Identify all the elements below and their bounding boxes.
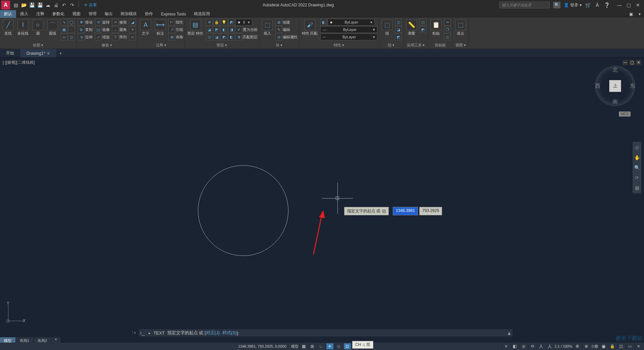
layer-freeze-icon[interactable]: ❄ [206,19,213,26]
groupbbox-icon[interactable]: ◩ [395,34,402,40]
color-dropdown[interactable]: ■ ByLayer▾ [328,19,375,26]
maximize-button[interactable]: ▢ [627,2,632,8]
command-input[interactable]: ▸ TEXT 指定文字的起点 或 [对正(J) 样式(S)]: [146,329,506,337]
ellipse-icon[interactable]: ◯ [68,19,75,26]
tab-new-button[interactable]: + [56,51,65,56]
status-lwdisplay-icon[interactable]: ≡ [502,343,509,349]
share-button[interactable]: ✈ 共享 [84,2,97,8]
dynamic-x-input[interactable]: 1346.3981 [393,207,418,215]
tab-output[interactable]: 输出 [101,10,117,18]
nav-wheel-icon[interactable]: ◎ [633,144,641,151]
matchprops-button[interactable]: 🖌特性 匹配 [301,19,319,37]
explode-icon[interactable]: ✶ [129,26,136,33]
leader-icon[interactable]: ↗ [168,26,175,33]
editblock-label[interactable]: 编辑 [283,27,290,32]
dynamic-y-input[interactable]: 793.2925 [419,207,442,215]
status-transparency-icon[interactable]: ◧ [511,343,518,349]
nav-showmotion-icon[interactable]: ▦ [633,184,641,191]
layer-c-icon[interactable]: ◧ [221,26,227,33]
panel-groups-title[interactable]: 组 ▾ [380,42,402,48]
copy-icon[interactable]: ⧉ [78,26,85,33]
group-button[interactable]: ⬚组 [380,19,394,37]
array-label[interactable]: 阵列 [119,35,127,40]
point-icon[interactable]: · [68,26,75,33]
status-lock-icon[interactable]: 🔒 [608,343,616,349]
login-button[interactable]: 👤 登录 ▾ [564,2,582,8]
offset-icon[interactable]: ⊂ [129,34,136,40]
groupedit-icon[interactable]: ◪ [395,26,402,33]
app-icon[interactable]: A [1,1,10,9]
cut-icon[interactable]: ✂ [444,19,451,26]
drawn-circle[interactable] [198,165,288,256]
panel-view-title[interactable]: 视图 ▾ [454,42,467,48]
status-quickprops-icon[interactable]: ▣ [600,343,607,349]
stretch-label[interactable]: 拉伸 [85,35,93,40]
tab-collaborate[interactable]: 协作 [141,10,157,18]
app-manager-icon[interactable]: Ä [594,2,600,8]
trim-icon[interactable]: ✂ [112,19,119,26]
table-label[interactable]: 表格 [176,35,183,40]
panel-block-title[interactable]: 块 ▾ [261,42,298,48]
cmd-history-icon[interactable]: ›_ [139,329,146,337]
status-polar-icon[interactable]: ✛ [326,343,333,349]
web-icon[interactable]: ☁ [45,2,51,8]
tab-expresstools[interactable]: Express Tools [157,10,190,18]
plot-icon[interactable]: 🖨 [53,2,59,8]
copy-label[interactable]: 复制 [85,27,93,32]
nav-pan-icon[interactable]: ✋ [633,154,641,161]
tab-manage[interactable]: 管理 [85,10,101,18]
status-clean-icon[interactable]: ▭ [626,343,633,349]
array-icon[interactable]: ⠿ [112,34,119,40]
createblock-icon[interactable]: ⊞ [275,19,282,26]
tab-drawing1[interactable]: Drawing1* × [20,49,56,57]
status-decimal[interactable]: 小数 [591,344,598,349]
tab-close-icon[interactable]: × [47,51,50,56]
viewcube-east[interactable]: 东 [630,83,635,90]
editattr-label[interactable]: 编辑属性 [283,35,298,40]
stretch-icon[interactable]: ⇲ [78,34,85,40]
open-icon[interactable]: 📂 [21,2,27,8]
status-annotation-icon[interactable]: 人 [537,343,544,349]
panel-draw-title[interactable]: 绘图 ▾ [1,42,75,48]
status-model[interactable]: 模型 [291,344,299,349]
matchlayer-icon[interactable]: ≣ [235,34,242,40]
tab-featured[interactable]: 精选应用 [190,10,214,18]
tab-insert[interactable]: 插入 [16,10,32,18]
redo-icon[interactable]: ↷ [69,2,75,8]
scale-icon[interactable]: ⤢ [95,34,102,40]
move-label[interactable]: 移动 [85,20,93,25]
layer-f-icon[interactable]: ◪ [213,34,220,40]
basepoint-button[interactable]: ⬚基点 [454,19,467,37]
line-button[interactable]: ╱直线 [1,19,15,37]
viewcube[interactable]: 北 南 西 东 上 [595,66,635,106]
layer-dropdown[interactable]: ■0▾ [235,19,252,26]
search-button[interactable]: 🔍 [553,2,560,8]
scale-label[interactable]: 缩放 [102,35,110,40]
save-icon[interactable]: 💾 [29,2,35,8]
help-icon[interactable]: ❔ [604,2,610,8]
status-hw-icon[interactable]: ⊕ [582,343,590,349]
status-cycling-icon[interactable]: ◎ [520,343,527,349]
viewcube-west[interactable]: 西 [595,83,600,90]
nav-orbit-icon[interactable]: ⟳ [633,174,641,181]
cmd-opt2[interactable]: 样式(S) [222,330,237,336]
tab-default[interactable]: 默认 [0,10,16,18]
util-b-icon[interactable]: ◩ [420,26,426,33]
viewport-label[interactable]: [-][俯视][二维线框] [3,60,35,65]
polyline-button[interactable]: ⌇多段线 [16,19,30,37]
clip-base-icon[interactable]: ◫ [444,34,451,40]
trim-label[interactable]: 修剪 [119,20,127,25]
lineweight-dropdown[interactable]: — ByLayer▾ [320,26,377,33]
editattr-icon[interactable]: ⊟ [275,34,282,40]
tab-parametric[interactable]: 参数化 [48,10,68,18]
util-a-icon[interactable]: ◫ [420,19,426,26]
layer-b-icon[interactable]: ◩ [213,26,220,33]
fillet-label[interactable]: 圆角 [119,27,127,32]
cmd-opt1[interactable]: 对正(J) [206,330,220,336]
viewcube-top[interactable]: 上 [609,80,621,92]
status-scale[interactable]: 1:1 / 100% [554,344,572,348]
mirror-icon[interactable]: ▯▯ [95,26,102,33]
panel-modify-title[interactable]: 修改 ▾ [78,42,136,48]
dimension-button[interactable]: ⟷标注 [154,19,167,37]
dynamic-options-icon[interactable] [382,210,386,213]
